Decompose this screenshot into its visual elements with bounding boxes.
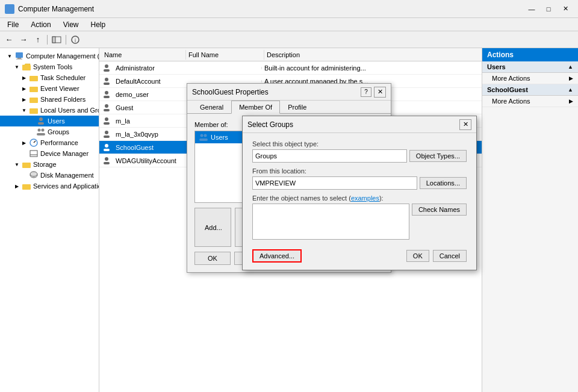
maximize-button[interactable]: □ xyxy=(541,3,556,15)
menu-action[interactable]: Action xyxy=(26,19,55,30)
tree-label-shared-folders: Shared Folders xyxy=(40,96,85,103)
check-names-button[interactable]: Check Names xyxy=(412,204,467,216)
list-row[interactable]: Administrator Built-in account for admin… xyxy=(99,61,482,75)
menu-help[interactable]: Help xyxy=(86,19,111,30)
svg-point-26 xyxy=(30,172,37,176)
col-name: Name xyxy=(102,50,186,60)
tree-item-local-users[interactable]: ▼ Local Users and Groups xyxy=(0,105,99,116)
svg-rect-9 xyxy=(16,59,22,60)
svg-rect-10 xyxy=(22,65,31,70)
tree-label-task-scheduler: Task Scheduler xyxy=(40,74,85,81)
arrow-right-icon: ▶ xyxy=(569,75,573,81)
cell-defaultaccount-fullname xyxy=(184,80,262,82)
object-type-row: Object Types... xyxy=(252,149,467,163)
actions-section-schoolguest[interactable]: SchoolGuest ▲ xyxy=(482,84,578,96)
tab-member-of[interactable]: Member Of xyxy=(231,101,280,114)
dialog-select-groups: Select Groups ✕ Select this object type:… xyxy=(242,116,477,270)
row-wdagutility[interactable]: WDAGUtilityAccount xyxy=(99,156,184,166)
row-guest[interactable]: Guest xyxy=(99,103,184,113)
member-item-users-label: Users xyxy=(211,134,228,141)
svg-rect-8 xyxy=(17,58,21,59)
title-bar: Computer Management — □ ✕ xyxy=(0,0,578,18)
dialog-help-icon-btn[interactable]: ? xyxy=(361,87,371,97)
window-controls[interactable]: — □ ✕ xyxy=(524,3,573,15)
object-names-textarea[interactable] xyxy=(252,204,409,240)
performance-icon xyxy=(29,138,39,148)
actions-item-schoolguest-more-label: More Actions xyxy=(492,98,530,105)
object-type-input[interactable] xyxy=(252,149,407,163)
svg-rect-24 xyxy=(22,163,31,168)
tree-item-users[interactable]: Users xyxy=(0,116,99,126)
svg-rect-13 xyxy=(30,98,38,103)
toolbar-forward[interactable]: → xyxy=(17,33,30,46)
row-defaultaccount[interactable]: DefaultAccount xyxy=(99,76,184,86)
tab-profile[interactable]: Profile xyxy=(280,101,314,114)
menu-bar: File Action View Help xyxy=(0,18,578,31)
groups-icon xyxy=(36,127,46,137)
schoolguest-ok-button[interactable]: OK xyxy=(194,252,231,265)
row-schoolguest[interactable]: SchoolGuest xyxy=(99,143,184,152)
location-input[interactable] xyxy=(252,176,417,190)
advanced-button[interactable]: Advanced... xyxy=(252,249,302,263)
cell-guest-name: Guest xyxy=(113,103,135,113)
tree-label-device-manager: Device Manager xyxy=(40,150,89,157)
expand-event-viewer: ▶ xyxy=(19,86,29,92)
row-administrator[interactable]: Administrator xyxy=(99,63,184,73)
tree-item-shared-folders[interactable]: ▶ Shared Folders xyxy=(0,94,99,105)
tree-item-system-tools[interactable]: ▼ System Tools xyxy=(0,61,99,72)
tab-general[interactable]: General xyxy=(192,101,231,114)
select-groups-cancel-button[interactable]: Cancel xyxy=(433,250,467,262)
tree-label-local-users: Local Users and Groups xyxy=(40,107,99,114)
locations-button[interactable]: Locations... xyxy=(420,177,467,189)
tree-item-root[interactable]: ▼ Computer Management (Local xyxy=(0,51,99,61)
expand-performance: ▶ xyxy=(19,140,29,146)
row-mla[interactable]: m_la xyxy=(99,116,184,126)
menu-file[interactable]: File xyxy=(2,19,23,30)
actions-item-schoolguest-more[interactable]: More Actions ▶ xyxy=(482,96,578,107)
user-icon-administrator xyxy=(102,63,111,73)
toolbar-back[interactable]: ← xyxy=(2,33,16,46)
dialog-select-groups-body: Select this object type: Object Types...… xyxy=(243,133,476,270)
actions-section-users[interactable]: Users ▲ xyxy=(482,61,578,73)
examples-link[interactable]: examples xyxy=(351,194,379,202)
toolbar-show-hide[interactable] xyxy=(50,33,63,46)
dialog-select-groups-close[interactable]: ✕ xyxy=(459,119,471,130)
tree-label-disk-mgmt: Disk Management xyxy=(40,172,94,179)
cell-mla3x-name: m_la_3x0qvyp xyxy=(113,129,161,139)
dialog-schoolguest-close[interactable]: ✕ xyxy=(374,87,386,98)
tree-item-performance[interactable]: ▶ Performance xyxy=(0,137,99,148)
actions-item-users-more[interactable]: More Actions ▶ xyxy=(482,73,578,84)
add-button[interactable]: Add... xyxy=(194,208,231,247)
svg-point-44 xyxy=(200,134,204,137)
toolbar-up[interactable]: ↑ xyxy=(31,33,45,46)
tree-item-storage[interactable]: ▼ Storage xyxy=(0,159,99,170)
row-demo-user[interactable]: demo_user xyxy=(99,90,184,99)
actions-section-users-label: Users xyxy=(487,63,506,70)
svg-rect-4 xyxy=(52,37,55,43)
dialog-schoolguest-title: SchoolGuest Properties xyxy=(192,88,269,96)
row-mla3x[interactable]: m_la_3x0qvyp xyxy=(99,129,184,139)
expand-local-users: ▼ xyxy=(19,108,29,113)
object-types-button[interactable]: Object Types... xyxy=(409,150,467,162)
enter-names-label: Enter the object names to select (exampl… xyxy=(252,194,467,202)
close-button[interactable]: ✕ xyxy=(558,3,573,15)
menu-view[interactable]: View xyxy=(58,19,84,30)
tree-item-disk-mgmt[interactable]: Disk Management xyxy=(0,170,99,181)
tree-item-device-manager[interactable]: Device Manager xyxy=(0,148,99,159)
svg-point-28 xyxy=(105,64,108,68)
select-groups-ok-button[interactable]: OK xyxy=(406,250,429,262)
tree-item-groups[interactable]: Groups xyxy=(0,126,99,137)
tree-item-event-viewer[interactable]: ▶ Event Viewer xyxy=(0,83,99,94)
disk-mgmt-icon xyxy=(29,170,39,180)
cell-schoolguest-name: SchoolGuest xyxy=(113,143,156,152)
svg-rect-35 xyxy=(104,109,110,111)
cell-administrator-fullname xyxy=(184,67,262,69)
toolbar-info[interactable]: i xyxy=(69,33,82,46)
tree-item-services[interactable]: ▶ Services and Applications xyxy=(0,181,99,191)
tree-item-task-scheduler[interactable]: ▶ Task Scheduler xyxy=(0,72,99,83)
svg-rect-0 xyxy=(6,5,13,11)
minimize-button[interactable]: — xyxy=(524,3,539,15)
user-icon-mla3x xyxy=(102,129,111,139)
svg-point-30 xyxy=(105,78,108,81)
svg-rect-7 xyxy=(16,52,23,58)
